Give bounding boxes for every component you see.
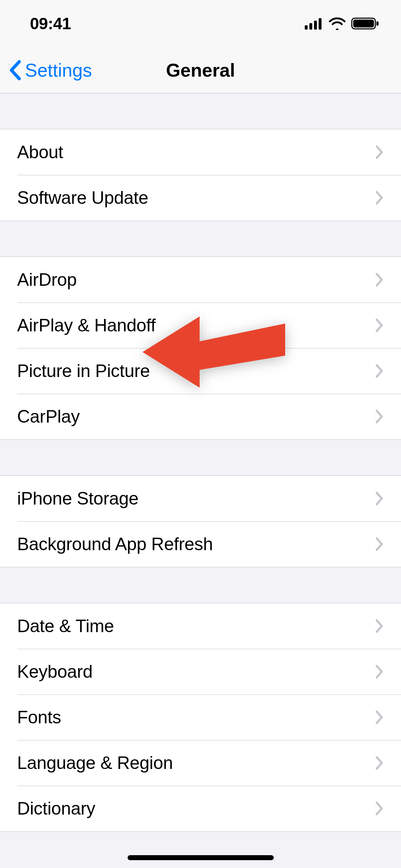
settings-list: About Software Update AirDrop AirPlay & … <box>0 93 401 832</box>
status-right-cluster <box>305 17 380 30</box>
back-label: Settings <box>25 60 92 81</box>
svg-rect-0 <box>305 25 308 30</box>
row-label: iPhone Storage <box>17 488 375 509</box>
chevron-right-icon <box>375 665 384 679</box>
chevron-right-icon <box>375 364 384 378</box>
svg-rect-6 <box>376 21 379 26</box>
row-date-time[interactable]: Date & Time <box>0 603 401 649</box>
row-label: AirDrop <box>17 269 375 290</box>
row-software-update[interactable]: Software Update <box>0 175 401 221</box>
nav-bar: Settings General <box>0 47 401 93</box>
row-label: Date & Time <box>17 616 375 636</box>
row-about[interactable]: About <box>0 129 401 175</box>
row-label: Background App Refresh <box>17 534 375 554</box>
row-label: Dictionary <box>17 798 375 819</box>
svg-rect-2 <box>314 21 317 30</box>
row-label: Software Update <box>17 187 375 208</box>
back-button[interactable]: Settings <box>0 60 92 81</box>
row-fonts[interactable]: Fonts <box>0 694 401 740</box>
svg-rect-3 <box>319 18 322 30</box>
status-time: 09:41 <box>30 14 71 33</box>
settings-group-4: Date & Time Keyboard Fonts Language & Re… <box>0 603 401 832</box>
row-label: AirPlay & Handoff <box>17 315 375 336</box>
section-gap <box>0 221 401 257</box>
cellular-signal-icon <box>305 17 323 30</box>
row-label: Fonts <box>17 707 375 728</box>
chevron-right-icon <box>375 273 384 287</box>
row-label: CarPlay <box>17 406 375 427</box>
row-language-region[interactable]: Language & Region <box>0 740 401 786</box>
chevron-left-icon <box>9 60 22 81</box>
row-background-app-refresh[interactable]: Background App Refresh <box>0 521 401 567</box>
section-gap <box>0 440 401 475</box>
section-gap <box>0 93 401 129</box>
home-indicator <box>128 855 274 860</box>
wifi-icon <box>328 17 346 30</box>
settings-group-1: About Software Update <box>0 129 401 221</box>
row-dictionary[interactable]: Dictionary <box>0 786 401 831</box>
chevron-right-icon <box>375 318 384 332</box>
row-picture-in-picture[interactable]: Picture in Picture <box>0 348 401 394</box>
row-iphone-storage[interactable]: iPhone Storage <box>0 476 401 521</box>
row-label: About <box>17 142 375 162</box>
svg-rect-5 <box>353 20 374 27</box>
chevron-right-icon <box>375 491 384 506</box>
chevron-right-icon <box>375 756 384 770</box>
chevron-right-icon <box>375 191 384 205</box>
settings-group-3: iPhone Storage Background App Refresh <box>0 475 401 567</box>
row-label: Keyboard <box>17 661 375 682</box>
chevron-right-icon <box>375 409 384 424</box>
row-airplay-handoff[interactable]: AirPlay & Handoff <box>0 303 401 348</box>
status-bar: 09:41 <box>0 0 401 47</box>
row-carplay[interactable]: CarPlay <box>0 394 401 439</box>
chevron-right-icon <box>375 619 384 633</box>
row-airdrop[interactable]: AirDrop <box>0 257 401 303</box>
chevron-right-icon <box>375 801 384 816</box>
chevron-right-icon <box>375 145 384 159</box>
section-gap <box>0 567 401 603</box>
chevron-right-icon <box>375 537 384 551</box>
settings-group-2: AirDrop AirPlay & Handoff Picture in Pic… <box>0 257 401 440</box>
row-label: Picture in Picture <box>17 361 375 381</box>
chevron-right-icon <box>375 710 384 724</box>
svg-rect-1 <box>309 23 312 30</box>
row-keyboard[interactable]: Keyboard <box>0 649 401 694</box>
row-label: Language & Region <box>17 753 375 773</box>
battery-icon <box>351 17 380 30</box>
